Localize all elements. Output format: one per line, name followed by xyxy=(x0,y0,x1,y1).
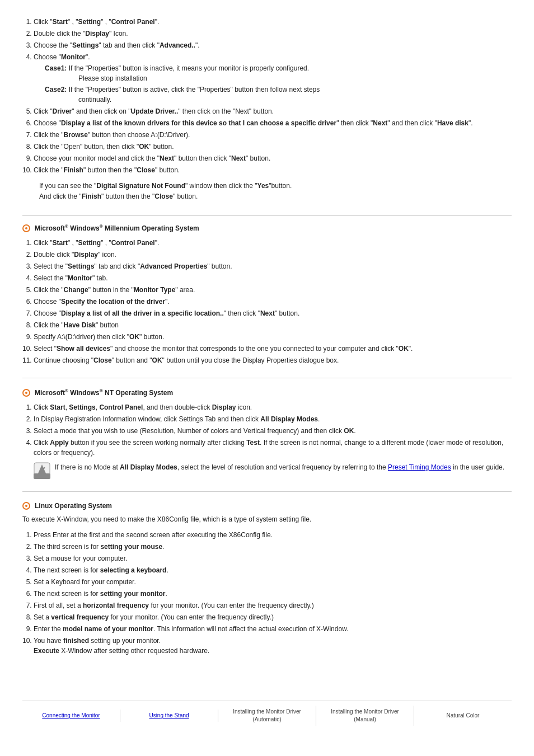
nt-title: Microsoft® Windows® NT Operating System xyxy=(35,388,173,397)
nt-warning-box: ✓ If there is no Mode at All Display Mod… xyxy=(34,462,512,479)
linux-steps-list: Press Enter at the first and the second … xyxy=(34,530,512,656)
linux-intro: To execute X-Window, you need to make th… xyxy=(22,515,512,523)
footer-natural-color[interactable]: Natural Color xyxy=(414,710,512,722)
linux-step-1: Press Enter at the first and the second … xyxy=(34,530,512,540)
nt-warning-text: If there is no Mode at All Display Modes… xyxy=(55,462,512,472)
millennium-header: Microsoft® Windows® Millennium Operating… xyxy=(22,224,512,232)
millennium-steps-list: Click "Start" , "Setting" , "Control Pan… xyxy=(34,238,512,365)
top-step-9: Choose your monitor model and click the … xyxy=(34,153,512,163)
mil-step-1: Click "Start" , "Setting" , "Control Pan… xyxy=(34,238,512,248)
mil-step-10: Select "Show all devices" and choose the… xyxy=(34,344,512,354)
mil-step-3: Select the "Settings" tab and click "Adv… xyxy=(34,261,512,271)
mil-step-7: Choose "Display a list of all the driver… xyxy=(34,308,512,318)
nt-icon xyxy=(22,389,30,397)
mil-step-11: Continue choosing "Close" button and "OK… xyxy=(34,355,512,365)
linux-header: Linux Operating System xyxy=(22,502,512,510)
mil-step-4: Select the "Monitor" tab. xyxy=(34,273,512,283)
main-content: Click "Start" , "Setting" , "Control Pan… xyxy=(22,11,512,684)
millennium-icon xyxy=(22,224,30,232)
top-step-10: Click the "Finish" button then the "Clos… xyxy=(34,165,512,175)
top-step-5: Click "Driver" and then click on "Update… xyxy=(34,106,512,116)
top-step-3: Choose the "Settings" tab and then click… xyxy=(34,40,512,50)
top-step-7: Click the "Browse" button then choose A:… xyxy=(34,130,512,140)
linux-step-10: You have finished setting up your monito… xyxy=(34,636,512,656)
footer: Connecting the Monitor Using the Stand I… xyxy=(22,701,512,728)
mil-step-9: Specify A:\(D:\driver) then click "OK" b… xyxy=(34,332,512,342)
linux-step-8: Set a vertical frequency for your monito… xyxy=(34,612,512,622)
mil-step-2: Double click "Display" icon. xyxy=(34,250,512,260)
top-step-2: Double click the "Display" Icon. xyxy=(34,29,512,39)
mil-step-6: Choose "Specify the location of the driv… xyxy=(34,297,512,307)
linux-step-3: Set a mouse for your computer. xyxy=(34,553,512,564)
signature-note: If you can see the "Digital Signature No… xyxy=(39,181,495,202)
footer-installing-manual[interactable]: Installing the Monitor Driver(Manual) xyxy=(316,706,414,726)
top-steps-list: Click "Start" , "Setting" , "Control Pan… xyxy=(34,17,512,175)
svg-rect-2 xyxy=(34,473,50,479)
linux-icon xyxy=(22,502,30,510)
millennium-section: Microsoft® Windows® Millennium Operating… xyxy=(22,224,512,378)
preset-timing-link[interactable]: Preset Timing Modes xyxy=(388,463,451,471)
linux-step-7: First of all, set a horizontal frequency… xyxy=(34,600,512,611)
top-section: Click "Start" , "Setting" , "Control Pan… xyxy=(22,17,512,216)
nt-step-1: Click Start, Settings, Control Panel, an… xyxy=(34,402,512,412)
footer-connecting-monitor-label: Connecting the Monitor xyxy=(42,712,100,719)
footer-installing-automatic[interactable]: Installing the Monitor Driver(Automatic) xyxy=(218,706,316,726)
footer-using-stand-label: Using the Stand xyxy=(149,712,189,719)
nt-step-4: Click Apply button if you see the screen… xyxy=(34,438,512,479)
case-list: Case1: If the "Properties" button is ina… xyxy=(45,63,512,105)
footer-connecting-monitor[interactable]: Connecting the Monitor xyxy=(22,710,120,722)
millennium-title: Microsoft® Windows® Millennium Operating… xyxy=(35,224,199,232)
linux-step-4: The next screen is for selecting a keybo… xyxy=(34,565,512,575)
linux-step-5: Set a Keyboard for your computer. xyxy=(34,577,512,587)
linux-section: Linux Operating System To execute X-Wind… xyxy=(22,502,512,668)
top-step-4: Choose "Monitor". Case1: If the "Propert… xyxy=(34,52,512,105)
footer-natural-color-label: Natural Color xyxy=(447,712,480,719)
linux-step-9: Enter the model name of your monitor. Th… xyxy=(34,624,512,634)
linux-title: Linux Operating System xyxy=(35,502,112,510)
nt-step-3: Select a mode that you wish to use (Reso… xyxy=(34,426,512,436)
linux-step-2: The third screen is for setting your mou… xyxy=(34,542,512,552)
top-step-1: Click "Start" , "Setting" , "Control Pan… xyxy=(34,17,512,27)
footer-using-stand[interactable]: Using the Stand xyxy=(120,710,218,722)
mil-step-5: Click the "Change" button in the "Monito… xyxy=(34,285,512,295)
nt-steps-list: Click Start, Settings, Control Panel, an… xyxy=(34,402,512,479)
top-step-6: Choose "Display a list of the known driv… xyxy=(34,118,512,128)
case1: Case1: If the "Properties" button is ina… xyxy=(45,63,512,83)
linux-step-6: The next screen is for setting your moni… xyxy=(34,589,512,599)
nt-header: Microsoft® Windows® NT Operating System xyxy=(22,388,512,397)
nt-section: Microsoft® Windows® NT Operating System … xyxy=(22,388,512,492)
mil-step-8: Click the "Have Disk" button xyxy=(34,320,512,330)
footer-installing-manual-label: Installing the Monitor Driver(Manual) xyxy=(331,708,399,722)
nt-step-2: In Display Registration Information wind… xyxy=(34,414,512,424)
top-step-8: Click the "Open" button, then click "OK"… xyxy=(34,142,512,152)
footer-installing-automatic-label: Installing the Monitor Driver(Automatic) xyxy=(233,708,301,722)
sig-line2: And click the "Finish" button then the "… xyxy=(39,191,495,202)
warning-icon: ✓ xyxy=(34,462,50,479)
case2: Case2: If the "Properties" button is act… xyxy=(45,84,512,105)
sig-line1: If you can see the "Digital Signature No… xyxy=(39,181,495,191)
